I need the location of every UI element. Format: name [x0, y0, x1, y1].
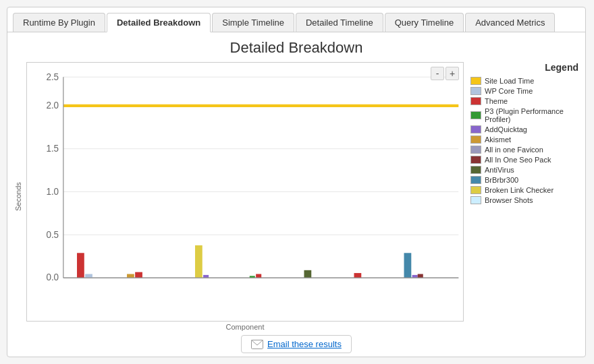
svg-rect-16: [135, 272, 142, 278]
svg-text:2.0: 2.0: [46, 100, 59, 111]
tab-detailed-breakdown[interactable]: Detailed Breakdown: [107, 13, 211, 32]
legend-color-swatch: [470, 111, 481, 119]
legend-color-swatch: [470, 125, 481, 133]
legend-color-swatch: [470, 166, 481, 174]
svg-rect-13: [77, 253, 84, 278]
svg-rect-22: [354, 273, 362, 278]
legend-item-10: Broken Link Checker: [470, 186, 578, 194]
legend-item-4: AddQuicktag: [470, 125, 578, 133]
legend-item-label: AntiVirus: [485, 166, 514, 174]
legend-color-swatch: [470, 196, 481, 204]
legend-color-swatch: [470, 156, 481, 164]
legend-item-11: Browser Shots: [470, 196, 578, 204]
legend-item-label: P3 (Plugin Performance Profiler): [485, 107, 578, 123]
legend-item-5: Akismet: [470, 135, 578, 144]
legend-color-swatch: [470, 135, 481, 144]
legend-panel: Legend Site Load TimeWP Core TimeThemeP3…: [464, 62, 578, 331]
x-axis-label: Component: [26, 323, 464, 331]
legend-color-swatch: [470, 146, 481, 154]
zoom-out-button[interactable]: -: [431, 67, 444, 80]
zoom-in-button[interactable]: +: [446, 67, 459, 80]
svg-rect-25: [418, 274, 423, 278]
tab-advanced-metrics[interactable]: Advanced Metrics: [465, 13, 555, 32]
legend-item-7: All In One Seo Pack: [470, 156, 578, 164]
svg-rect-14: [85, 274, 92, 278]
legend-item-1: WP Core Time: [470, 87, 578, 95]
email-results-button[interactable]: Email these results: [241, 335, 352, 353]
svg-text:1.5: 1.5: [46, 143, 59, 154]
svg-rect-23: [404, 253, 412, 278]
legend-item-9: BrBrbr300: [470, 176, 578, 184]
legend-title: Legend: [470, 62, 578, 73]
legend-items: Site Load TimeWP Core TimeThemeP3 (Plugi…: [470, 77, 578, 204]
legend-item-label: AddQuicktag: [485, 125, 527, 133]
chart-wrapper: Seconds - + 2.5: [14, 62, 464, 331]
chart-inner: - + 2.5 2.0 1: [26, 62, 464, 331]
legend-color-swatch: [470, 97, 481, 105]
tab-detailed-timeline[interactable]: Detailed Timeline: [296, 13, 383, 32]
svg-text:2.5: 2.5: [46, 71, 59, 82]
svg-rect-21: [304, 270, 311, 278]
legend-item-label: Akismet: [485, 135, 511, 144]
svg-rect-20: [256, 274, 261, 278]
legend-item-label: Theme: [485, 97, 508, 105]
chart-box: - + 2.5 2.0 1: [26, 62, 464, 322]
svg-text:1.0: 1.0: [46, 185, 59, 196]
legend-item-2: Theme: [470, 97, 578, 105]
tab-query-timeline[interactable]: Query Timeline: [385, 13, 464, 32]
chart-controls: - +: [431, 67, 459, 80]
page-title: Detailed Breakdown: [230, 39, 363, 57]
svg-rect-17: [195, 245, 202, 278]
legend-color-swatch: [470, 186, 481, 194]
svg-rect-15: [127, 274, 134, 278]
legend-item-label: Browser Shots: [485, 196, 533, 204]
legend-color-swatch: [470, 87, 481, 95]
main-content: Detailed Breakdown Seconds - + 2.5: [7, 32, 585, 357]
tab-runtime-by-plugin[interactable]: Runtime By Plugin: [13, 13, 105, 32]
legend-color-swatch: [470, 77, 481, 85]
legend-item-label: Broken Link Checker: [485, 186, 554, 194]
main-container: Runtime By PluginDetailed BreakdownSimpl…: [7, 7, 586, 357]
y-axis-label: Seconds: [14, 62, 25, 331]
svg-text:0.0: 0.0: [46, 272, 59, 282]
email-results-label: Email these results: [267, 339, 342, 349]
tab-bar: Runtime By PluginDetailed BreakdownSimpl…: [7, 7, 585, 32]
legend-item-label: Site Load Time: [485, 77, 534, 85]
legend-item-label: All in one Favicon: [485, 146, 543, 154]
legend-item-6: All in one Favicon: [470, 146, 578, 154]
chart-svg: 2.5 2.0 1.5 1.0 0.5: [27, 63, 463, 321]
legend-item-label: BrBrbr300: [485, 176, 518, 184]
svg-text:0.5: 0.5: [46, 229, 59, 239]
legend-item-label: All In One Seo Pack: [485, 156, 551, 164]
email-icon: [251, 340, 263, 349]
tab-simple-timeline[interactable]: Simple Timeline: [212, 13, 294, 32]
chart-area: Seconds - + 2.5: [14, 62, 578, 331]
legend-item-8: AntiVirus: [470, 166, 578, 174]
legend-item-label: WP Core Time: [485, 87, 533, 95]
email-section: Email these results: [241, 335, 352, 353]
legend-color-swatch: [470, 176, 481, 184]
legend-item-3: P3 (Plugin Performance Profiler): [470, 107, 578, 123]
legend-item-0: Site Load Time: [470, 77, 578, 85]
